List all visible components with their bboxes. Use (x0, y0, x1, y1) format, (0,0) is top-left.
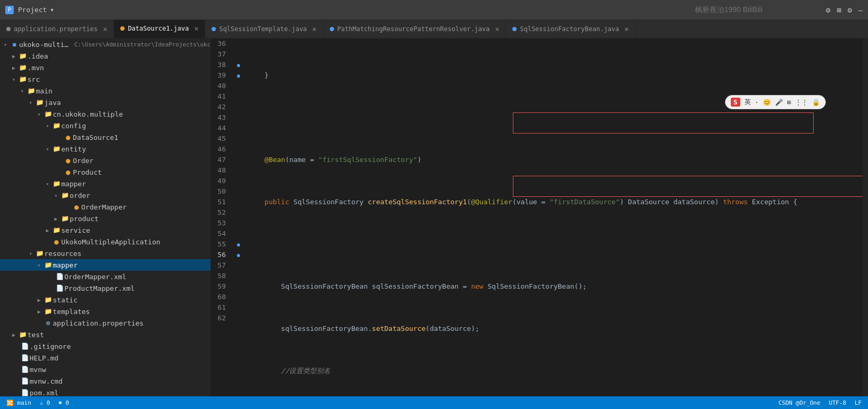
sidebar-item-idea[interactable]: ▶ 📁 .idea (0, 50, 211, 62)
sidebar-item-ordermapper[interactable]: ● OrderMapper (0, 201, 211, 213)
root-path: C:\Users\Administrator\IdeaProjects\ukc (74, 41, 211, 48)
ime-settings[interactable]: ⋮⋮ (795, 99, 808, 106)
sidebar-item-main[interactable]: ▾ 📁 main (0, 85, 211, 97)
arrow-icon: ▾ (1, 42, 9, 47)
sidebar-item-datasource1[interactable]: ● DataSource1 (0, 131, 211, 143)
tab-datasource1[interactable]: DataSource1.java × (114, 20, 205, 38)
ln-59: 59 (211, 281, 229, 292)
sidebar-item-productmapper-xml[interactable]: 📄 ProductMapper.xml (0, 282, 211, 294)
sidebar-label-mapper-java: mapper (61, 180, 211, 188)
tab-close-icon[interactable]: × (495, 25, 499, 33)
ime-lang[interactable]: 英 (745, 98, 751, 107)
folder-icon: 📁 (18, 75, 27, 83)
sidebar-item-product-folder[interactable]: ▶ 📁 product (0, 213, 211, 224)
sidebar-item-cn-ukoko[interactable]: ▾ 📁 cn.ukoko.multiple (0, 108, 211, 120)
sidebar-label-idea: .idea (27, 52, 211, 60)
tab-label: SqlSessionFactoryBean.java (520, 25, 619, 33)
arrow-icon: ▾ (18, 88, 26, 94)
sidebar-item-service[interactable]: ▶ 📁 service (0, 224, 211, 236)
sidebar-item-test[interactable]: ▶ 📁 test (0, 329, 211, 340)
arrow-icon: ▾ (43, 146, 52, 152)
project-arrow[interactable]: ▾ (50, 6, 54, 14)
config-icon[interactable]: ⚙ (847, 6, 852, 14)
sidebar-item-order[interactable]: ● Order (0, 155, 211, 166)
arrow-icon: ▾ (52, 193, 60, 198)
tab-dot (212, 27, 216, 31)
folder-icon: 📁 (35, 250, 44, 257)
sidebar-label-ukokoapp: UkokoMultipleApplication (61, 238, 211, 246)
ime-toolbar[interactable]: S 英 · 😊 🎤 ⊞ ⋮⋮ 🔒 (725, 95, 826, 109)
folder-icon: 📁 (26, 87, 36, 94)
sidebar-label-ordermapper: OrderMapper (81, 203, 211, 211)
sidebar-item-java[interactable]: ▾ 📁 java (0, 97, 211, 108)
tab-sqlsession[interactable]: SqlSessionTemplate.java × (205, 20, 323, 38)
ime-lock[interactable]: 🔒 (812, 99, 820, 106)
ime-mic[interactable]: 🎤 (775, 99, 783, 106)
status-csdn: CSDN @Or_One (778, 400, 820, 406)
gutter-56: ● (233, 250, 244, 260)
sidebar-item-pom[interactable]: 📄 pom.xml (0, 387, 211, 396)
gutter-45 (233, 134, 244, 144)
tab-label: DataSource1.java (128, 25, 189, 32)
settings-icon[interactable]: ⚙ (826, 6, 830, 14)
project-root-icon: ◼ (9, 41, 19, 48)
sidebar-label-mvnwcmd: mvnw.cmd (30, 377, 211, 385)
sidebar-item-mapper-java[interactable]: ▾ 📁 mapper (0, 178, 211, 189)
code-line-37 (248, 112, 863, 123)
ime-keyboard[interactable]: ⊞ (787, 99, 791, 106)
sidebar-item-templates[interactable]: ▶ 📁 templates (0, 306, 211, 317)
sidebar-item-mvnw[interactable]: 📄 mvnw (0, 364, 211, 375)
sidebar-item-app-props[interactable]: ⚙ application.properties (0, 317, 211, 329)
ln-54: 54 (211, 229, 229, 239)
tab-close-icon[interactable]: × (103, 25, 107, 33)
tab-close-icon[interactable]: × (312, 25, 317, 33)
sidebar-item-config[interactable]: ▾ 📁 config (0, 120, 211, 131)
editor-area: 36 37 38 39 40 41 42 43 44 45 46 47 48 4… (211, 39, 868, 396)
status-git: 🔀 main (6, 400, 31, 406)
sidebar-item-static[interactable]: ▶ 📁 static (0, 294, 211, 306)
project-icon: P (5, 6, 14, 14)
sidebar-item-product[interactable]: ● Product (0, 166, 211, 178)
gutter-48 (233, 165, 244, 176)
arrow-icon: ▶ (43, 227, 52, 233)
sidebar-item-root[interactable]: ▾ ◼ ukoko-multiple C:\Users\Administrato… (0, 39, 211, 50)
sidebar-item-mvn[interactable]: ▶ 📁 .mvn (0, 62, 211, 73)
code-editor[interactable]: 36 37 38 39 40 41 42 43 44 45 46 47 48 4… (211, 39, 868, 396)
grid-icon[interactable]: ⊞ (837, 6, 841, 14)
help-file-icon: 📄 (20, 354, 30, 362)
sidebar-label-order-folder: order (70, 192, 211, 199)
sidebar-item-src[interactable]: ▾ 📁 src (0, 73, 211, 85)
ln-45: 45 (211, 134, 229, 144)
sidebar-item-gitignore[interactable]: 📄 .gitignore (0, 340, 211, 352)
sidebar-label-ordermapper-xml: OrderMapper.xml (64, 273, 211, 281)
arrow-icon: ▾ (35, 111, 43, 117)
minimize-icon[interactable]: — (859, 6, 863, 14)
sidebar-item-helpmd[interactable]: 📄 HELP.md (0, 352, 211, 364)
sidebar-item-mapper-res[interactable]: ▾ 📁 mapper (0, 259, 211, 271)
sidebar-item-order-folder[interactable]: ▾ 📁 order (0, 189, 211, 201)
tab-close-icon[interactable]: × (194, 24, 198, 33)
gutter-52 (233, 207, 244, 218)
sidebar-item-ordermapper-xml[interactable]: 📄 OrderMapper.xml (0, 271, 211, 282)
sidebar-item-mvnwcmd[interactable]: 📄 mvnw.cmd (0, 375, 211, 387)
sidebar-label-datasource1: DataSource1 (73, 134, 211, 141)
status-errors: ✖ 0 (59, 400, 69, 406)
arrow-icon: ▶ (52, 216, 60, 222)
ime-emoji[interactable]: 😊 (763, 99, 771, 106)
tab-sqlsessionfactory[interactable]: SqlSessionFactoryBean.java × (506, 20, 635, 38)
tab-close-icon[interactable]: × (624, 25, 628, 33)
sidebar-label-mvn: .mvn (27, 64, 211, 72)
tab-pathmatch[interactable]: PathMatchingResourcePatternResolver.java… (323, 20, 506, 38)
sidebar-label-java: java (44, 99, 211, 107)
folder-icon: 📁 (52, 180, 61, 187)
sidebar-item-entity[interactable]: ▾ 📁 entity (0, 143, 211, 155)
toolbar-icons: ⚙ ⊞ ⚙ — (826, 6, 863, 14)
sidebar-label-cn-ukoko: cn.ukoko.multiple (53, 110, 211, 118)
code-lines[interactable]: } @Bean(name = "firstSqlSessionFactory")… (244, 39, 863, 396)
sidebar-item-ukokoapp[interactable]: ● UkokoMultipleApplication (0, 236, 211, 248)
tab-app-props[interactable]: application.properties × (0, 20, 114, 38)
sidebar-item-resources[interactable]: ▾ 📁 resources (0, 248, 211, 259)
ln-60: 60 (211, 292, 229, 302)
sidebar-label-product: Product (73, 168, 211, 176)
java-file-icon: ● (63, 133, 73, 141)
